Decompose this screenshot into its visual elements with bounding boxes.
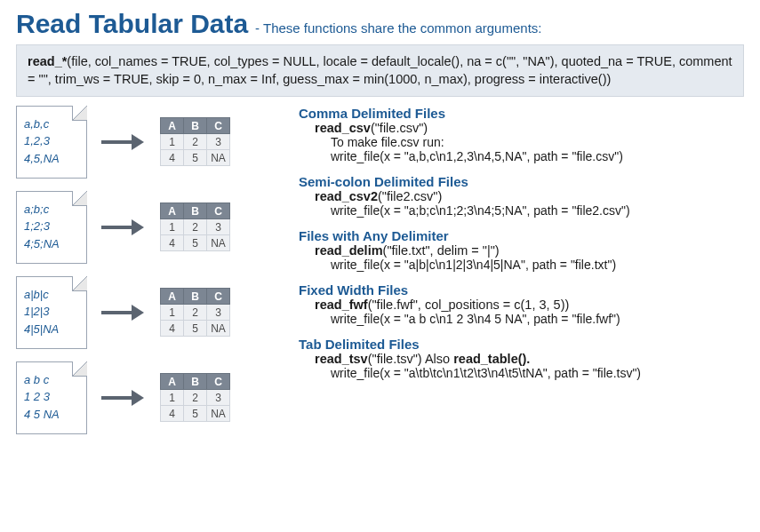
file-icon: a;b;c1;2;34;5;NA bbox=[16, 191, 87, 264]
table-cell: 1 bbox=[161, 305, 184, 321]
table-cell: 3 bbox=[207, 134, 230, 150]
table-header: B bbox=[184, 374, 207, 390]
table-header: B bbox=[184, 289, 207, 305]
table-cell: NA bbox=[207, 321, 230, 337]
write-call: write_file(x = "a\tb\tc\n1\t2\t3\n4\t5\t… bbox=[299, 366, 744, 380]
page-subtitle: - These functions share the common argum… bbox=[255, 20, 541, 36]
description-block: Tab Delimited Filesread_tsv("file.tsv") … bbox=[299, 337, 744, 380]
block-title: Files with Any Delimiter bbox=[299, 228, 744, 243]
function-call: read_tsv("file.tsv") Also read_table(). bbox=[299, 352, 744, 366]
table-cell: 5 bbox=[184, 321, 207, 337]
table-header: B bbox=[184, 203, 207, 219]
arrow-icon bbox=[101, 137, 146, 147]
content-row: a,b,c1,2,34,5,NAABC12345NAa;b;c1;2;34;5;… bbox=[16, 106, 744, 447]
table-header: A bbox=[161, 118, 184, 134]
table-header: A bbox=[161, 203, 184, 219]
block-title: Tab Delimited Files bbox=[299, 337, 744, 352]
table-header: B bbox=[184, 118, 207, 134]
table-header: C bbox=[207, 203, 230, 219]
table-cell: 4 bbox=[161, 150, 184, 166]
function-call: read_csv("file.csv") bbox=[299, 121, 744, 135]
table-header: C bbox=[207, 118, 230, 134]
example-row: a|b|c1|2|34|5|NAABC12345NA bbox=[16, 276, 283, 349]
table-header: C bbox=[207, 289, 230, 305]
arrow-icon bbox=[101, 393, 146, 403]
block-title: Semi-colon Delimited Files bbox=[299, 174, 744, 189]
table-cell: 5 bbox=[184, 150, 207, 166]
note-text: To make file.csv run: bbox=[299, 135, 744, 149]
example-row: a,b,c1,2,34,5,NAABC12345NA bbox=[16, 106, 283, 179]
file-line: 1;2;3 bbox=[24, 218, 79, 235]
table-cell: 1 bbox=[161, 219, 184, 235]
result-table: ABC12345NA bbox=[160, 117, 230, 166]
page-heading: Read Tabular Data - These functions shar… bbox=[16, 9, 744, 39]
signature-prefix: read_* bbox=[28, 54, 67, 68]
write-call: write_file(x = "a;b;c\n1;2;3\n4;5;NA", p… bbox=[299, 203, 744, 218]
table-header: A bbox=[161, 374, 184, 390]
description-block: Semi-colon Delimited Filesread_csv2("fil… bbox=[299, 174, 744, 218]
table-cell: 1 bbox=[161, 390, 184, 406]
table-cell: 4 bbox=[161, 235, 184, 251]
description-block: Comma Delimited Filesread_csv("file.csv"… bbox=[299, 106, 744, 163]
table-cell: 1 bbox=[161, 134, 184, 150]
description-block: Files with Any Delimiterread_delim("file… bbox=[299, 228, 744, 272]
table-cell: 2 bbox=[184, 305, 207, 321]
examples-column: a,b,c1,2,34,5,NAABC12345NAa;b;c1;2;34;5;… bbox=[16, 106, 283, 447]
descriptions-column: Comma Delimited Filesread_csv("file.csv"… bbox=[299, 106, 744, 391]
result-table: ABC12345NA bbox=[160, 373, 230, 422]
file-line: 1 2 3 bbox=[24, 388, 79, 406]
function-call: read_delim("file.txt", delim = "|") bbox=[299, 243, 744, 258]
table-header: A bbox=[161, 289, 184, 305]
arrow-icon bbox=[101, 222, 146, 233]
arrow-icon bbox=[101, 307, 146, 318]
file-line: a b c bbox=[24, 371, 79, 389]
function-call: read_fwf("file.fwf", col_positions = c(1… bbox=[299, 298, 744, 312]
table-cell: NA bbox=[207, 235, 230, 251]
result-table: ABC12345NA bbox=[160, 202, 230, 251]
file-line: 1|2|3 bbox=[24, 303, 79, 321]
function-call: read_csv2("file2.csv") bbox=[299, 189, 744, 203]
function-signature-box: read_*(file, col_names = TRUE, col_types… bbox=[16, 44, 744, 97]
file-icon: a b c1 2 34 5 NA bbox=[16, 361, 87, 434]
file-line: 4|5|NA bbox=[24, 321, 79, 338]
file-line: a;b;c bbox=[24, 201, 79, 218]
example-row: a;b;c1;2;34;5;NAABC12345NA bbox=[16, 191, 283, 264]
example-row: a b c1 2 34 5 NAABC12345NA bbox=[16, 361, 283, 434]
signature-args: (file, col_names = TRUE, col_types = NUL… bbox=[28, 54, 732, 86]
table-cell: 3 bbox=[207, 305, 230, 321]
file-icon: a,b,c1,2,34,5,NA bbox=[16, 106, 87, 179]
table-cell: 2 bbox=[184, 134, 207, 150]
table-cell: 3 bbox=[207, 219, 230, 235]
file-icon: a|b|c1|2|34|5|NA bbox=[16, 276, 87, 349]
table-cell: 3 bbox=[207, 390, 230, 406]
table-cell: 4 bbox=[161, 321, 184, 337]
file-line: a,b,c bbox=[24, 115, 79, 133]
block-title: Comma Delimited Files bbox=[299, 106, 744, 121]
result-table: ABC12345NA bbox=[160, 288, 230, 337]
file-line: a|b|c bbox=[24, 286, 79, 304]
file-line: 4,5,NA bbox=[24, 150, 79, 168]
table-cell: NA bbox=[207, 150, 230, 166]
table-cell: 5 bbox=[184, 406, 207, 422]
file-line: 4;5;NA bbox=[24, 235, 79, 253]
block-title: Fixed Width Files bbox=[299, 282, 744, 298]
page-title: Read Tabular Data bbox=[16, 9, 248, 38]
table-cell: 4 bbox=[161, 406, 184, 422]
table-header: C bbox=[207, 374, 230, 390]
table-cell: 2 bbox=[184, 390, 207, 406]
file-line: 1,2,3 bbox=[24, 132, 79, 150]
write-call: write_file(x = "a|b|c\n1|2|3\n4|5|NA", p… bbox=[299, 258, 744, 272]
table-cell: 5 bbox=[184, 235, 207, 251]
description-block: Fixed Width Filesread_fwf("file.fwf", co… bbox=[299, 282, 744, 326]
table-cell: 2 bbox=[184, 219, 207, 235]
table-cell: NA bbox=[207, 406, 230, 422]
write-call: write_file(x = "a b c\n1 2 3\n4 5 NA", p… bbox=[299, 312, 744, 326]
file-line: 4 5 NA bbox=[24, 406, 79, 424]
write-call: write_file(x = "a,b,c\n1,2,3\n4,5,NA", p… bbox=[299, 149, 744, 163]
